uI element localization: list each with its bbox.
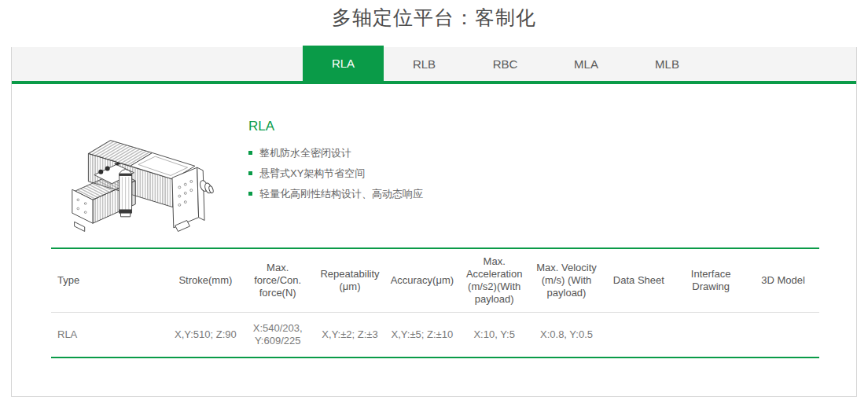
tab-rbc[interactable]: RBC [465,47,546,81]
feature-text: 轻量化高刚性结构设计、高动态响应 [259,188,423,200]
cell-stroke: X,Y:510; Z:90 [169,313,241,358]
feature-item: 悬臂式XY架构节省空间 [248,168,423,178]
product-overview: RLA 整机防水全密闭设计 悬臂式XY架构节省空间 轻量化高刚性结构设计、高动态… [12,84,856,238]
spec-table: Type Stroke(mm) Max. force/Con. force(N)… [51,248,819,358]
bullet-square-icon [248,192,252,196]
feature-text: 整机防水全密闭设计 [259,147,351,159]
cell-interface-drawing [675,313,747,358]
product-panel: RLA RLB RBC MLA MLB [11,47,857,397]
cell-max-force: X:540/203, Y:609/225 [241,313,314,358]
col-header-repeatability: Repeatability (μm) [314,248,386,313]
col-header-max-acceleration: Max. Acceleration (m/s2)(With payload) [458,248,531,313]
bullet-square-icon [248,151,252,155]
tab-rla[interactable]: RLA [303,46,384,81]
col-header-3d-model: 3D Model [747,248,819,313]
cell-max-velocity: X:0.8, Y:0.5 [531,313,603,358]
cell-type: RLA [51,313,169,358]
col-header-stroke: Stroke(mm) [169,248,241,313]
col-header-accuracy: Accuracy(μm) [386,248,458,313]
page-title: 多轴定位平台：客制化 [0,0,868,31]
col-header-data-sheet: Data Sheet [602,248,675,313]
feature-text: 悬臂式XY架构节省空间 [259,167,365,179]
z-axis-column [120,170,132,217]
col-header-interface-drawing: Interface Drawing [675,248,747,313]
product-image [59,112,228,238]
spec-table-header-row: Type Stroke(mm) Max. force/Con. force(N)… [51,248,819,313]
product-name: RLA [248,119,423,134]
tab-content: RLA 整机防水全密闭设计 悬臂式XY架构节省空间 轻量化高刚性结构设计、高动态… [12,84,856,358]
col-header-type: Type [51,248,169,313]
feature-list: 整机防水全密闭设计 悬臂式XY架构节省空间 轻量化高刚性结构设计、高动态响应 [248,148,423,199]
table-row: RLA X,Y:510; Z:90 X:540/203, Y:609/225 X… [51,313,819,358]
feature-item: 轻量化高刚性结构设计、高动态响应 [248,189,423,199]
cell-repeatability: X,Y:±2; Z:±3 [314,313,386,358]
cell-max-acceleration: X:10, Y:5 [458,313,531,358]
product-isometric-drawing [59,112,228,238]
col-header-max-velocity: Max. Velocity (m/s) (With payload) [531,248,603,313]
col-header-max-force: Max. force/Con. force(N) [241,248,314,313]
bullet-square-icon [248,171,252,175]
tab-rlb[interactable]: RLB [384,47,465,81]
cell-3d-model [747,313,819,358]
tab-bar: RLA RLB RBC MLA MLB [12,47,856,84]
tab-mla[interactable]: MLA [546,47,627,81]
tab-mlb[interactable]: MLB [627,47,708,81]
cell-data-sheet [602,313,675,358]
cell-accuracy: X,Y:±5; Z:±10 [386,313,458,358]
feature-item: 整机防水全密闭设计 [248,148,423,158]
product-info: RLA 整机防水全密闭设计 悬臂式XY架构节省空间 轻量化高刚性结构设计、高动态… [248,112,423,238]
